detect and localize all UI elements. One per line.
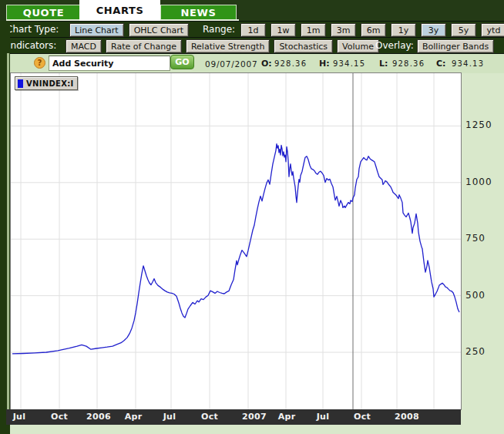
overlay-label: Overlay: [375,40,414,51]
tab-bar: QUOTE CHARTS NEWS [0,0,504,21]
range-button-1m[interactable]: 1m [301,23,326,37]
security-bar: ? GO 09/07/2007 O: 928.36 H: 934.15 L: 9… [0,53,504,73]
chart-type-range-bar: Chart Type: Line ChartOHLC Chart Range: … [0,21,504,37]
left-edge-highlight [7,53,9,409]
x-axis-label: Jul [163,412,176,422]
overlay-button-bollinger-bands[interactable]: Bollinger Bands [417,39,494,53]
range-button-5y[interactable]: 5y [451,23,476,37]
range-button-6m[interactable]: 6m [361,23,386,37]
indicators-bar: Indicators: MACDRate of ChangeRelative S… [0,37,504,54]
indicator-button-stochastics[interactable]: Stochastics [274,39,333,53]
x-axis-label: 2006 [86,412,111,422]
legend-swatch-icon [18,79,23,88]
quote-date: 09/07/2007 [205,59,258,69]
open-value: 928.36 [274,59,307,68]
y-axis-label: 750 [465,233,486,244]
x-axis-label: 2008 [395,412,419,422]
legend-box: VNINDEX:I [15,76,78,90]
range-label: Range: [203,24,235,35]
overlay-buttons: Bollinger Bands [417,39,494,53]
price-chart-svg [11,73,461,409]
x-axis-label: Oct [354,412,371,422]
y-axis-label: 1250 [465,119,492,130]
go-button[interactable]: GO [170,55,194,69]
range-button-1y[interactable]: 1y [391,23,416,37]
x-axis-label: Oct [201,412,218,422]
range-button-1w[interactable]: 1w [270,23,296,37]
close-label: C: [436,59,445,69]
legend-label: VNINDEX:I [26,79,73,88]
range-button-1d[interactable]: 1d [240,23,266,37]
chart-type-button-line-chart[interactable]: Line Chart [69,23,124,37]
x-axis-label: Jul [317,412,330,422]
high-label: H: [319,59,330,69]
indicator-button-macd[interactable]: MACD [66,39,102,53]
indicator-button-volume[interactable]: Volume [337,39,379,53]
close-value: 934.13 [452,59,484,68]
low-label: L: [379,59,388,69]
chart-type-label: Chart Type: [6,24,59,35]
help-icon[interactable]: ? [34,57,45,69]
x-axis-label: Apr [278,412,296,422]
indicator-button-relative-strength[interactable]: Relative Strength [186,39,270,53]
open-label: O: [261,59,272,69]
app: QUOTE CHARTS NEWS Chart Type: Line Chart… [0,0,504,434]
y-axis-label: 500 [465,290,486,301]
price-line [12,144,459,354]
x-axis-bar: JulOct2006AprJulOct2007AprJulOct2008 [6,409,461,425]
indicator-buttons: MACDRate of ChangeRelative StrengthStoch… [66,39,379,53]
range-button-3m[interactable]: 3m [331,23,356,37]
left-edge-strip [0,21,10,434]
range-button-3y[interactable]: 3y [421,23,446,37]
indicators-label: Indicators: [8,40,56,51]
add-security-input[interactable] [49,56,170,71]
indicator-button-rate-of-change[interactable]: Rate of Change [106,39,182,53]
tab-charts[interactable]: CHARTS [79,0,160,21]
chart-type-buttons: Line ChartOHLC Chart [69,23,189,37]
tab-news[interactable]: NEWS [160,5,237,19]
range-buttons: 1d1w1m3m6m1y3y5yytd [240,23,504,37]
x-axis-label: Oct [51,412,68,422]
chart-type-button-ohlc-chart[interactable]: OHLC Chart [129,23,189,37]
x-axis-label: 2007 [242,412,267,422]
y-axis-label: 250 [465,346,486,357]
chart-plot-area[interactable]: VNINDEX:I [10,72,462,410]
y-axis-label: 1000 [465,177,492,187]
x-axis-label: Jul [13,412,26,422]
low-value: 928.36 [392,59,425,68]
range-button-ytd[interactable]: ytd [481,23,504,37]
tab-quote[interactable]: QUOTE [6,5,81,19]
x-axis-label: Apr [125,412,143,422]
high-value: 934.15 [333,59,365,68]
